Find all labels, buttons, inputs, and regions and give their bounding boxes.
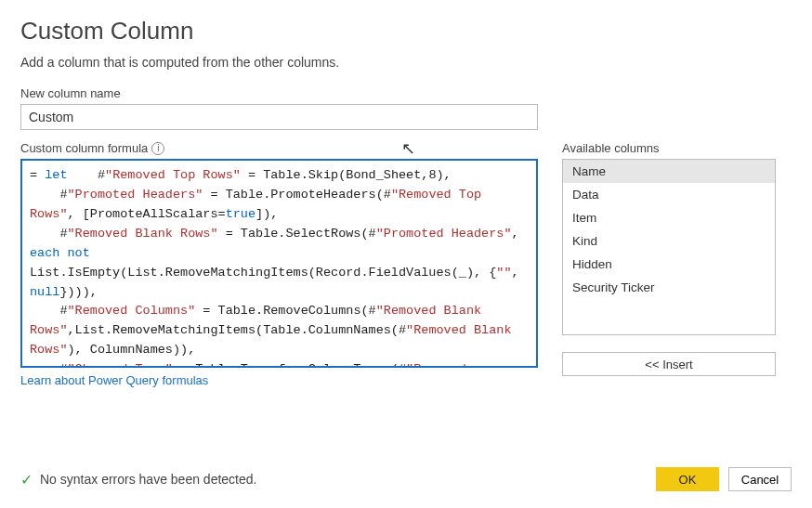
available-column-item[interactable]: Name xyxy=(563,160,775,183)
available-columns-label: Available columns xyxy=(562,141,776,155)
status-text: No syntax errors have been detected. xyxy=(40,472,256,487)
dialog-title: Custom Column xyxy=(20,17,792,46)
formula-label-text: Custom column formula xyxy=(20,141,148,155)
cursor-icon: ↖ xyxy=(401,138,415,159)
new-column-name-label: New column name xyxy=(20,86,792,100)
formula-label: Custom column formula i ↖ xyxy=(20,141,538,155)
check-icon: ✓ xyxy=(20,471,33,488)
ok-button[interactable]: OK xyxy=(656,467,719,491)
available-column-item[interactable]: Data xyxy=(563,183,775,206)
available-column-item[interactable]: Hidden xyxy=(563,253,775,276)
new-column-name-input[interactable] xyxy=(20,104,538,130)
dialog-subtitle: Add a column that is computed from the o… xyxy=(20,55,792,70)
insert-button[interactable]: << Insert xyxy=(562,352,776,376)
learn-link[interactable]: Learn about Power Query formulas xyxy=(20,373,208,387)
info-icon[interactable]: i xyxy=(151,142,164,155)
available-column-item[interactable]: Kind xyxy=(563,229,775,253)
formula-textarea[interactable]: = let #"Removed Top Rows" = Table.Skip(B… xyxy=(20,159,538,368)
available-columns-list[interactable]: NameDataItemKindHiddenSecurity Ticker xyxy=(562,159,776,335)
status-bar: ✓ No syntax errors have been detected. xyxy=(20,471,256,488)
available-column-item[interactable]: Security Ticker xyxy=(563,276,775,299)
cancel-button[interactable]: Cancel xyxy=(728,467,792,491)
available-column-item[interactable]: Item xyxy=(563,206,775,229)
